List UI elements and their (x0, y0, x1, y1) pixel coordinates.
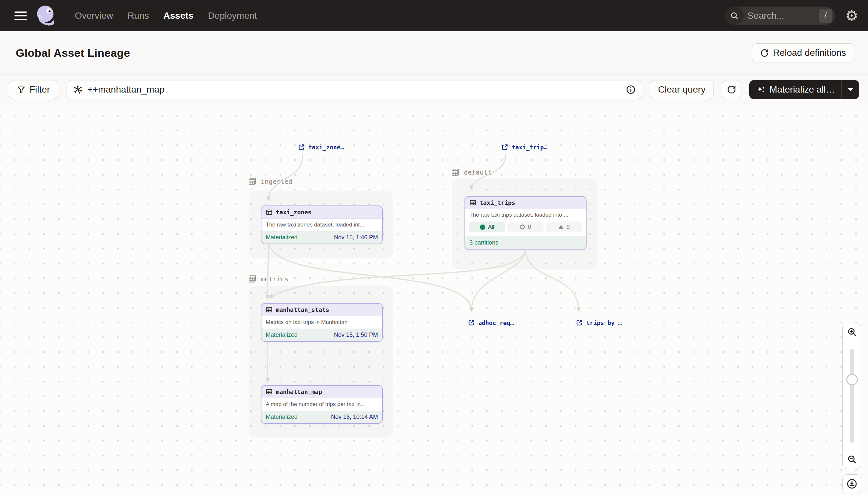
partition-badge-failed: 0 (546, 222, 582, 233)
zoom-out-button[interactable] (843, 450, 861, 469)
reload-definitions-label: Reload definitions (773, 48, 846, 58)
asset-node-footer: 3 partitions (465, 236, 586, 250)
search-input[interactable] (744, 11, 819, 21)
materialize-all-label: Materialize all… (769, 84, 835, 95)
hamburger-icon (14, 12, 27, 13)
dagster-logo-icon[interactable] (35, 4, 56, 27)
asset-node-footer: Materialized Nov 15, 1:46 PM (262, 231, 382, 243)
external-link-icon (298, 143, 305, 151)
page-header: Global Asset Lineage Reload definitions (0, 31, 868, 75)
zoom-slider-thumb[interactable] (846, 374, 858, 386)
materialized-status: Materialized (266, 414, 298, 421)
clear-query-label: Clear query (658, 84, 706, 95)
slash-shortcut-badge: / (819, 9, 832, 23)
sparkle-icon (757, 85, 765, 94)
partition-badge-all: All (469, 222, 505, 233)
external-link-icon (501, 143, 509, 151)
asset-description: A map of the number of trips per taxi z.… (262, 398, 382, 411)
zoom-slider[interactable] (843, 341, 861, 450)
ring-icon (520, 224, 525, 229)
external-asset-taxi-zone[interactable]: taxi_zone… (298, 143, 344, 151)
page-title: Global Asset Lineage (16, 47, 130, 59)
external-asset-adhoc-req[interactable]: adhoc_req… (468, 319, 514, 326)
badge-label: All (488, 224, 494, 231)
badge-label: 0 (528, 224, 531, 231)
materialized-status: Materialized (266, 234, 298, 241)
info-icon[interactable] (626, 85, 636, 95)
table-icon (266, 388, 272, 395)
reload-icon (760, 49, 769, 57)
download-view-button[interactable] (843, 474, 861, 493)
nav-item-runs[interactable]: Runs (128, 11, 149, 21)
asset-node-header: taxi_zones (262, 206, 382, 219)
settings-gear-icon[interactable]: ⚙ (845, 8, 858, 23)
zoom-in-button[interactable] (843, 323, 861, 341)
lineage-toolbar: Filter Clear query (0, 75, 868, 104)
download-icon (846, 478, 857, 490)
partition-badges: All 0 0 (465, 221, 586, 236)
search-box[interactable]: / (725, 6, 835, 25)
partitions-count: 3 partitions (470, 239, 498, 246)
table-icon (266, 209, 272, 216)
asset-name: manhattan_map (276, 388, 322, 395)
reload-definitions-button[interactable]: Reload definitions (752, 43, 854, 62)
asset-query-input[interactable] (87, 84, 626, 95)
nav-item-deployment[interactable]: Deployment (208, 11, 257, 21)
clear-query-button[interactable]: Clear query (650, 80, 714, 99)
lineage-canvas[interactable]: ingested default metrics (0, 104, 868, 495)
top-navbar: Overview Runs Assets Deployment / ⚙ (0, 0, 868, 31)
edge-layer (0, 104, 868, 495)
external-asset-trips-by[interactable]: trips_by_… (576, 319, 622, 326)
external-asset-name: adhoc_req… (478, 319, 514, 326)
asset-description: The raw taxi trips dataset, loaded into … (465, 209, 586, 221)
refresh-icon (727, 85, 736, 94)
materialize-split-button: Materialize all… (749, 80, 859, 99)
asset-query-box (67, 80, 642, 99)
caret-down-icon (848, 88, 853, 91)
asset-node-taxi-zones[interactable]: taxi_zones The raw taxi zones dataset, l… (261, 205, 383, 244)
zoom-out-icon (847, 455, 857, 464)
asset-name: taxi_zones (276, 209, 311, 216)
primary-nav: Overview Runs Assets Deployment (75, 11, 257, 21)
materialized-status: Materialized (266, 331, 298, 338)
asset-node-manhattan-stats[interactable]: manhattan_stats Metrics on taxi trips in… (261, 303, 383, 342)
triangle-icon (558, 225, 564, 229)
asset-node-header: taxi_trips (465, 197, 586, 209)
materialized-timestamp: Nov 16, 10:14 AM (331, 414, 378, 421)
asset-node-footer: Materialized Nov 15, 1:50 PM (262, 328, 382, 341)
funnel-icon (17, 85, 25, 94)
partition-badge-missing: 0 (508, 222, 543, 233)
nav-item-overview[interactable]: Overview (75, 11, 113, 21)
materialize-dropdown-button[interactable] (842, 80, 859, 99)
menu-button[interactable] (14, 12, 27, 20)
asset-name: taxi_trips (480, 199, 515, 206)
success-dot-icon (480, 224, 485, 230)
filter-button[interactable]: Filter (9, 80, 58, 99)
asset-description: Metrics on taxi trips in Manhattan (262, 316, 382, 328)
asset-node-taxi-trips[interactable]: taxi_trips The raw taxi trips dataset, l… (464, 196, 587, 250)
external-link-icon (468, 319, 475, 326)
refresh-button[interactable] (722, 80, 741, 99)
external-asset-name: trips_by_… (586, 319, 622, 326)
search-icon (725, 6, 744, 25)
table-icon (266, 306, 272, 313)
table-icon (470, 199, 476, 206)
zoom-in-icon (847, 327, 857, 337)
materialized-timestamp: Nov 15, 1:50 PM (334, 331, 378, 338)
badge-label: 0 (567, 224, 569, 231)
external-asset-name: taxi_zone… (308, 144, 344, 151)
zoom-slider-track (850, 349, 854, 443)
materialize-all-button[interactable]: Materialize all… (749, 80, 842, 99)
asset-node-header: manhattan_map (262, 386, 382, 398)
asset-name: manhattan_stats (276, 306, 329, 313)
asset-node-manhattan-map[interactable]: manhattan_map A map of the number of tri… (261, 385, 383, 424)
asset-node-header: manhattan_stats (262, 304, 382, 316)
external-asset-name: taxi_trip… (512, 144, 547, 151)
nav-item-assets[interactable]: Assets (163, 11, 194, 21)
graph-query-icon (73, 85, 83, 95)
external-link-icon (576, 319, 583, 326)
external-asset-taxi-trip[interactable]: taxi_trip… (501, 143, 547, 151)
asset-description: The raw taxi zones dataset, loaded int..… (262, 219, 382, 231)
asset-node-footer: Materialized Nov 16, 10:14 AM (262, 411, 382, 423)
materialized-timestamp: Nov 15, 1:46 PM (334, 234, 378, 241)
